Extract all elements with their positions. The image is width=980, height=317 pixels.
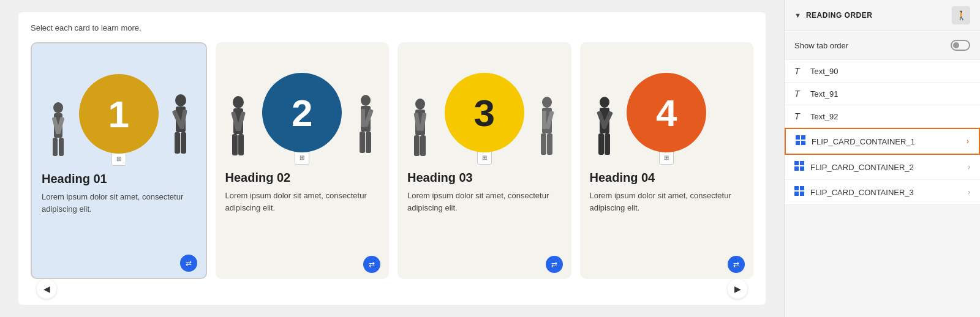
canvas-area: Select each card to learn more. 1 (18, 12, 766, 305)
card-1-body: Heading 01 Lorem ipsum dolor sit amet, c… (32, 166, 206, 251)
card-3-circle: 3 (445, 73, 524, 152)
svg-rect-44 (796, 141, 800, 145)
canvas-bottom-nav: ◀ ▶ (31, 279, 753, 299)
right-panel: ▼ READING ORDER 🚶 Show tab order T Text_… (784, 0, 980, 317)
panel-item-text-90[interactable]: T Text_90 (785, 60, 980, 83)
main-canvas: Select each card to learn more. 1 (0, 0, 784, 317)
svg-rect-48 (794, 166, 799, 171)
svg-rect-53 (800, 192, 804, 196)
flip-card-4[interactable]: 4 ⊞ Heading 04 Lorem ipsum dolor sit ame… (580, 42, 754, 279)
show-tab-label: Show tab order (794, 41, 848, 50)
card-1-link-icon[interactable]: ⇄ (180, 255, 197, 272)
card-2-heading: Heading 02 (225, 171, 380, 185)
panel-item-label-flip-3: FLIP_CARD_CONTAINER_3 (810, 188, 962, 197)
panel-item-flip-card-1[interactable]: FLIP_CARD_CONTAINER_1 › (785, 128, 980, 155)
show-tab-row: Show tab order (785, 31, 980, 60)
panel-item-label-flip-2: FLIP_CARD_CONTAINER_2 (810, 163, 962, 172)
panel-title-row: ▼ READING ORDER (794, 11, 872, 20)
prev-nav-button[interactable]: ◀ (37, 279, 56, 299)
panel-item-label-text-91: Text_91 (810, 89, 970, 99)
svg-rect-45 (801, 141, 805, 145)
panel-item-text-91[interactable]: T Text_91 (785, 83, 980, 105)
canvas-subtitle: Select each card to learn more. (31, 23, 753, 32)
card-2-image: 2 (216, 42, 390, 165)
svg-point-0 (53, 102, 63, 113)
show-tab-toggle[interactable] (951, 40, 970, 51)
card-1-figure-right (164, 92, 197, 166)
next-nav-button[interactable]: ▶ (728, 279, 747, 299)
card-1-text: Lorem ipsum dolor sit amet, consectetur … (42, 191, 196, 215)
panel-item-chevron-2[interactable]: › (968, 163, 970, 171)
card-4-circle: 4 (627, 73, 706, 152)
text-type-icon-90: T (794, 66, 804, 76)
svg-rect-51 (800, 186, 804, 190)
svg-point-24 (415, 99, 425, 110)
svg-rect-16 (232, 134, 238, 155)
card-4-figure-left (589, 94, 620, 165)
svg-rect-49 (800, 166, 804, 171)
panel-title: READING ORDER (806, 11, 873, 20)
panel-item-label-text-90: Text_90 (810, 67, 970, 76)
svg-rect-43 (801, 135, 805, 140)
svg-point-18 (361, 95, 371, 106)
card-1-circle: 1 (79, 74, 159, 154)
svg-rect-5 (59, 138, 64, 156)
svg-rect-50 (794, 186, 799, 190)
svg-rect-52 (794, 192, 799, 196)
accessibility-button[interactable]: 🚶 (952, 6, 970, 24)
panel-header: ▼ READING ORDER 🚶 (785, 0, 980, 31)
card-3-link-icon[interactable]: ⇄ (546, 256, 563, 273)
card-1-figure-left (43, 99, 74, 166)
card-2-body: Heading 02 Lorem ipsum dolor sit amet, c… (216, 165, 390, 252)
svg-point-30 (542, 97, 552, 108)
svg-rect-23 (366, 132, 371, 153)
svg-rect-4 (53, 138, 58, 156)
card-3-footer: ⇄ (398, 252, 571, 273)
card-3-body: Heading 03 Lorem ipsum dolor sit amet, c… (398, 165, 571, 252)
card-4-text: Lorem ipsum dolor sit amet, consectetur … (590, 190, 744, 214)
cards-container: 1 (31, 42, 753, 279)
svg-rect-46 (794, 161, 799, 165)
card-4-link-icon[interactable]: ⇄ (728, 256, 745, 273)
card-1-image: 1 (32, 43, 206, 166)
panel-item-text-92[interactable]: T Text_92 (785, 105, 980, 128)
panel-item-flip-card-2[interactable]: FLIP_CARD_CONTAINER_2 › (785, 155, 980, 180)
card-3-image: 3 (398, 42, 571, 165)
svg-rect-22 (360, 132, 365, 153)
flip-card-1[interactable]: 1 (31, 42, 207, 279)
card-2-footer: ⇄ (216, 252, 390, 273)
svg-rect-29 (420, 135, 426, 156)
panel-item-chevron-3[interactable]: › (968, 188, 970, 196)
card-3-text: Lorem ipsum dolor sit amet, consectetur … (407, 190, 562, 214)
panel-item-chevron-1[interactable]: › (967, 137, 969, 146)
card-4-footer: ⇄ (580, 252, 754, 273)
text-type-icon-92: T (794, 111, 804, 121)
panel-collapse-icon[interactable]: ▼ (794, 12, 801, 19)
card-1-footer: ⇄ (32, 251, 206, 272)
svg-rect-17 (238, 134, 244, 155)
component-icon-1 (796, 135, 805, 147)
flip-card-3[interactable]: 3 (398, 42, 571, 279)
svg-point-6 (175, 94, 186, 106)
panel-list: T Text_90 T Text_91 T Text_92 FLIP_CARD_… (785, 60, 980, 317)
svg-rect-11 (181, 132, 186, 154)
card-2-figure-left (222, 94, 255, 165)
card-3-heading: Heading 03 (407, 171, 562, 185)
flip-card-2[interactable]: 2 (216, 42, 390, 279)
panel-item-flip-card-3[interactable]: FLIP_CARD_CONTAINER_3 › (785, 180, 980, 205)
svg-rect-40 (598, 133, 604, 155)
panel-item-label-flip-1: FLIP_CARD_CONTAINER_1 (812, 137, 960, 146)
svg-rect-47 (800, 161, 804, 165)
card-3-figure-right (531, 94, 563, 165)
svg-rect-32 (542, 111, 546, 129)
card-4-body: Heading 04 Lorem ipsum dolor sit amet, c… (580, 165, 754, 252)
component-icon-3 (794, 186, 804, 198)
svg-rect-35 (547, 133, 552, 155)
card-2-figure-right (350, 92, 382, 165)
card-2-link-icon[interactable]: ⇄ (363, 256, 380, 273)
svg-point-12 (233, 96, 244, 108)
card-3-figure-left (405, 96, 435, 165)
card-4-image: 4 ⊞ (580, 42, 754, 165)
component-icon-2 (794, 161, 804, 173)
svg-rect-34 (541, 133, 546, 155)
